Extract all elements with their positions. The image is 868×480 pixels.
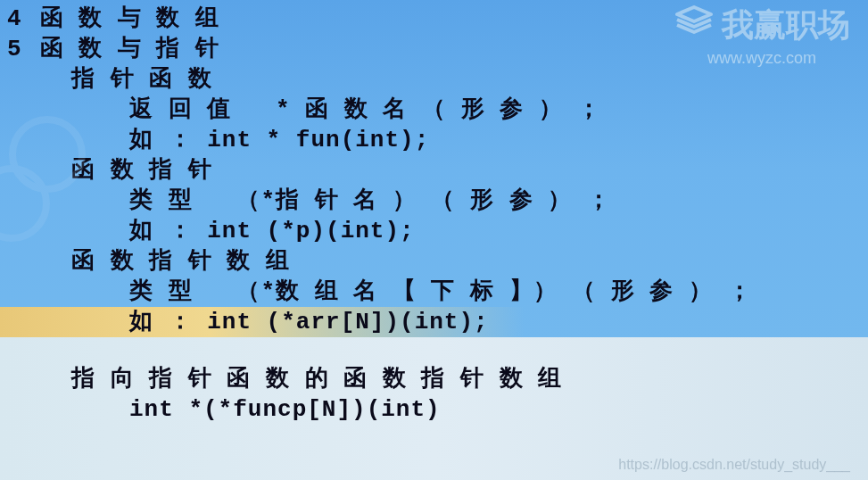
code-line-highlighted: 如 ： int (*arr[N])(int); <box>0 307 868 337</box>
watermark-logo-area: 我赢职场 www.wyzc.com <box>674 2 850 68</box>
decorative-flower <box>0 116 134 277</box>
code-line: 指 向 指 针 函 数 的 函 数 指 针 数 组 <box>0 364 868 394</box>
code-editor[interactable]: 我赢职场 www.wyzc.com 4 函 数 与 数 组 5 函 数 与 指 … <box>0 0 868 480</box>
watermark-url: www.wyzc.com <box>674 49 850 68</box>
book-icon <box>674 2 715 47</box>
source-url: https://blog.csdn.net/study_study___ <box>618 457 850 473</box>
code-area-top: 我赢职场 www.wyzc.com 4 函 数 与 数 组 5 函 数 与 指 … <box>0 0 868 337</box>
watermark-brand: 我赢职场 <box>722 9 850 41</box>
code-line: 指 针 函 数 <box>0 64 868 95</box>
code-line: int *(*funcp[N])(int) <box>0 394 868 425</box>
code-line: 类 型 （*数 组 名 【 下 标 】） （ 形 参 ） ； <box>0 277 868 307</box>
code-area-bottom: 指 向 指 针 函 数 的 函 数 指 针 数 组 int *(*funcp[N… <box>0 337 868 480</box>
